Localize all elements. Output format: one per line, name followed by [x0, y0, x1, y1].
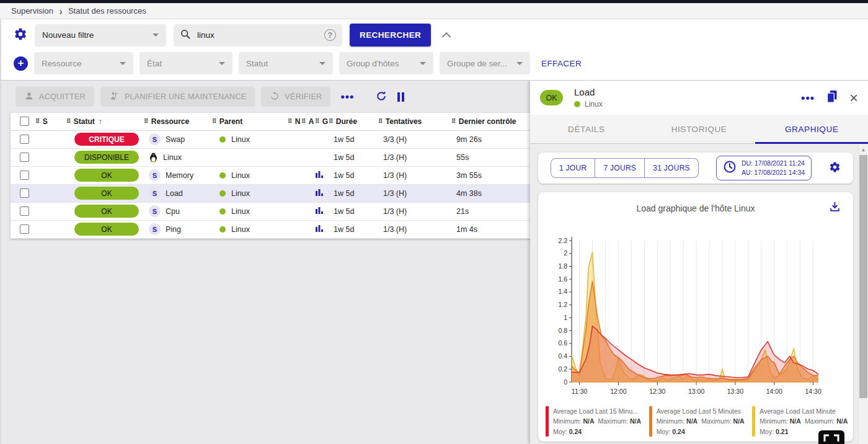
copy-icon [826, 90, 838, 105]
graph-icon[interactable] [315, 224, 324, 233]
column-header-dernier-controle[interactable]: Dernier contrôle [459, 117, 516, 126]
criteria-hostgroup-select[interactable]: Group d'hôtes [339, 52, 433, 74]
panel-title: Load [574, 87, 801, 97]
clear-filters-button[interactable]: EFFACER [541, 59, 582, 68]
table-row[interactable]: DISPONIBLELinux1w 5d1/3 (H)55s [11, 148, 531, 166]
column-drag-handle[interactable]: ⠿ [288, 118, 293, 125]
scrollbar-thumb[interactable] [859, 155, 867, 398]
column-header-s[interactable]: S [43, 117, 48, 126]
column-drag-handle[interactable]: ⠿ [378, 118, 383, 125]
column-header-g[interactable]: G [322, 117, 328, 126]
resource-actions-toolbar: ACQUITTER PLANIFIER UNE MAINTENANCE VÉRI… [16, 87, 404, 107]
criteria-state-select[interactable]: État [140, 52, 232, 74]
export-graph-button[interactable] [829, 201, 841, 215]
row-checkbox[interactable] [20, 206, 29, 216]
clock-icon [723, 160, 737, 176]
add-criteria-button[interactable]: + [14, 56, 28, 71]
refresh-button[interactable] [375, 90, 388, 104]
column-drag-handle[interactable]: ⠿ [66, 118, 71, 125]
range-31-days-button[interactable]: 31 JOURS [645, 158, 699, 178]
load-chart-svg[interactable]: 00.20.40.60.811.21.41.61.822.211:3012:00… [541, 232, 849, 411]
column-drag-handle[interactable]: ⠿ [301, 118, 306, 125]
search-input[interactable] [197, 30, 318, 40]
svg-text:14:30: 14:30 [805, 388, 821, 395]
column-drag-handle[interactable]: ⠿ [451, 118, 456, 125]
column-header-tentatives[interactable]: Tentatives [386, 117, 422, 126]
column-drag-handle[interactable]: ⠿ [35, 118, 40, 125]
column-drag-handle[interactable]: ⠿ [315, 118, 320, 125]
row-checkbox[interactable] [20, 153, 29, 162]
breadcrumb-statut-des-ressources[interactable]: Statut des ressources [68, 6, 146, 16]
select-all-checkbox[interactable] [20, 117, 29, 126]
panel-subtitle: Linux [585, 100, 603, 109]
range-1-day-button[interactable]: 1 JOUR [551, 158, 595, 178]
status-pill[interactable]: OK [74, 169, 139, 182]
graph-icon[interactable] [315, 206, 324, 215]
graph-settings-button[interactable] [829, 161, 841, 175]
host-status-dot [219, 208, 226, 215]
chevron-down-icon [420, 62, 426, 65]
row-checkbox[interactable] [20, 189, 29, 198]
table-row[interactable]: OKSMemoryLinux1w 5d1/3 (H)3m 55s [11, 166, 531, 184]
status-pill[interactable]: OK [74, 187, 139, 200]
tries-cell: 1/3 (H) [378, 166, 451, 184]
table-row[interactable]: CRITIQUESSwapLinux1w 5d3/3 (H)9m 26s [11, 130, 531, 148]
copy-link-button[interactable] [826, 90, 838, 105]
criteria-servicegroup-select[interactable]: Groupe de ser... [440, 52, 530, 74]
range-7-days-button[interactable]: 7 JOURS [595, 158, 645, 178]
column-drag-handle[interactable]: ⠿ [329, 118, 334, 125]
legend-item-load5[interactable]: Average Load Last 5 Minutes Minimum: N/A… [649, 406, 746, 437]
tab-graphique[interactable]: GRAPHIQUE [755, 115, 868, 143]
row-checkbox[interactable] [20, 171, 29, 180]
saved-filter-select[interactable]: Nouveau filtre [35, 24, 166, 47]
filter-settings-button[interactable] [14, 27, 27, 43]
svg-text:14:00: 14:00 [766, 388, 782, 395]
column-header-n[interactable]: N [295, 117, 301, 126]
row-checkbox[interactable] [20, 224, 29, 234]
column-drag-handle[interactable]: ⠿ [212, 118, 217, 125]
column-header-duree[interactable]: Durée [336, 117, 357, 126]
column-drag-handle[interactable]: ⠿ [144, 118, 149, 125]
scroll-up-arrow-icon[interactable]: ▲ [859, 144, 868, 153]
close-icon[interactable]: × [849, 92, 858, 104]
acknowledge-button[interactable]: ACQUITTER [16, 87, 94, 107]
status-pill[interactable]: OK [74, 223, 139, 236]
table-row[interactable]: OKSCpuLinux1w 5d1/3 (H)21s [11, 202, 531, 220]
graph-icon[interactable] [315, 188, 324, 197]
status-pill[interactable]: CRITIQUE [74, 133, 139, 146]
search-box[interactable]: ? [174, 24, 342, 47]
table-row[interactable]: OKSPingLinux1w 5d1/3 (H)1m 4s [11, 220, 531, 238]
status-pill[interactable]: DISPONIBLE [74, 151, 139, 164]
svg-text:12:00: 12:00 [610, 388, 626, 395]
criteria-status-select[interactable]: Statut [239, 52, 333, 74]
svg-text:2.2: 2.2 [558, 237, 567, 244]
pause-refresh-button[interactable] [397, 92, 404, 102]
legend-item-load15[interactable]: Average Load Last 15 Minu... Minimum: N/… [546, 406, 643, 437]
column-header-ressource[interactable]: Ressource [151, 117, 189, 126]
more-actions-button[interactable]: ••• [340, 94, 354, 100]
search-button[interactable]: RECHERCHER [350, 24, 431, 47]
resource-detail-panel: OK Load Linux ••• × DÉTAILS HISTORIQUE G… [530, 81, 868, 444]
table-row[interactable]: OKSLoadLinux1w 5d1/3 (H)4m 38s [11, 184, 531, 202]
breadcrumb-supervision[interactable]: Supervision [11, 6, 53, 16]
tab-historique[interactable]: HISTORIQUE [643, 115, 756, 143]
search-help-icon[interactable]: ? [324, 29, 336, 41]
tries-cell: 1/3 (H) [378, 202, 451, 220]
check-button[interactable]: VÉRIFIER [261, 87, 330, 107]
column-header-statut[interactable]: Statut [74, 117, 95, 126]
column-header-parent[interactable]: Parent [219, 117, 242, 126]
parent-cell: Linux [212, 166, 288, 184]
status-pill[interactable]: OK [74, 205, 139, 218]
sort-asc-icon[interactable]: ↑ [99, 117, 102, 126]
date-range-picker[interactable]: DU: 17/08/2021 11:24 AU: 17/08/2021 14:3… [716, 156, 812, 180]
tries-cell: 1/3 (H) [378, 220, 451, 238]
panel-scrollbar[interactable]: ▲ [858, 144, 868, 444]
collapse-filters-chevron-icon[interactable] [442, 32, 451, 40]
panel-more-button[interactable]: ••• [801, 95, 815, 101]
tab-details[interactable]: DÉTAILS [530, 115, 643, 143]
graph-icon[interactable] [315, 170, 324, 179]
row-checkbox[interactable] [20, 135, 29, 144]
criteria-resource-select[interactable]: Ressource [34, 52, 133, 74]
schedule-maintenance-button[interactable]: PLANIFIER UNE MAINTENANCE [100, 87, 255, 107]
column-header-a[interactable]: A [309, 117, 314, 126]
